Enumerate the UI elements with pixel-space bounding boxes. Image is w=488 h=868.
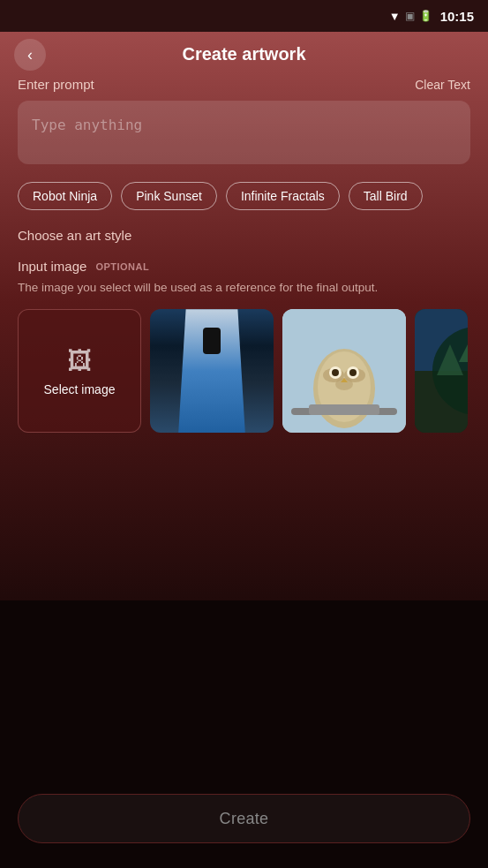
art-style-label: Choose an art style bbox=[0, 224, 488, 250]
image-gallery: 🖼 Select image bbox=[0, 309, 488, 433]
clear-text-button[interactable]: Clear Text bbox=[415, 78, 470, 92]
header: ‹ Create artwork bbox=[0, 32, 488, 77]
svg-point-8 bbox=[332, 369, 339, 376]
input-image-description: The image you select will be used as a r… bbox=[18, 279, 470, 297]
input-image-title: Input image bbox=[18, 259, 86, 274]
escalator-thumbnail bbox=[150, 309, 274, 433]
prompt-section: Enter prompt Clear Text bbox=[0, 77, 488, 168]
back-button[interactable]: ‹ bbox=[14, 39, 46, 71]
svg-rect-12 bbox=[309, 404, 379, 415]
main-content-area: ‹ Create artwork Enter prompt Clear Text… bbox=[0, 32, 488, 632]
bottom-area: Create bbox=[0, 600, 488, 868]
gallery-image-owl[interactable] bbox=[282, 309, 406, 433]
select-image-icon: 🖼 bbox=[67, 346, 92, 375]
wifi-icon: ▼ bbox=[389, 10, 401, 23]
chip-tall-bird[interactable]: Tall Bird bbox=[349, 182, 423, 210]
style-chips-container: Robot Ninja Pink Sunset Infinite Fractal… bbox=[0, 168, 488, 224]
back-arrow-icon: ‹ bbox=[27, 47, 33, 63]
owl-thumbnail bbox=[282, 309, 406, 433]
chip-infinite-fractals[interactable]: Infinite Fractals bbox=[226, 182, 340, 210]
status-icons: ▼ ▣ 🔋 10:15 bbox=[389, 9, 474, 24]
create-button[interactable]: Create bbox=[18, 794, 470, 843]
input-image-header: Input image OPTIONAL bbox=[18, 259, 470, 274]
prompt-label: Enter prompt bbox=[18, 77, 94, 92]
optional-badge: OPTIONAL bbox=[95, 261, 149, 272]
status-time: 10:15 bbox=[440, 9, 474, 24]
svg-point-9 bbox=[349, 369, 357, 376]
input-image-section: Input image OPTIONAL The image you selec… bbox=[0, 250, 488, 297]
select-image-button[interactable]: 🖼 Select image bbox=[18, 309, 141, 433]
chip-robot-ninja[interactable]: Robot Ninja bbox=[18, 182, 112, 210]
page-title: Create artwork bbox=[182, 44, 305, 64]
fourth-thumbnail: 6 bbox=[415, 309, 468, 433]
prompt-label-row: Enter prompt Clear Text bbox=[18, 77, 470, 92]
chip-pink-sunset[interactable]: Pink Sunset bbox=[121, 182, 217, 210]
prompt-input[interactable] bbox=[18, 101, 470, 164]
battery-icon: 🔋 bbox=[419, 10, 432, 22]
owl-svg bbox=[282, 309, 406, 433]
gallery-image-escalator[interactable] bbox=[150, 309, 274, 433]
fourth-svg: 6 bbox=[415, 309, 468, 433]
cell-icon: ▣ bbox=[405, 10, 415, 22]
select-image-label: Select image bbox=[44, 382, 116, 396]
gallery-image-fourth[interactable]: 6 bbox=[415, 309, 468, 433]
status-bar: ▼ ▣ 🔋 10:15 bbox=[0, 0, 488, 32]
